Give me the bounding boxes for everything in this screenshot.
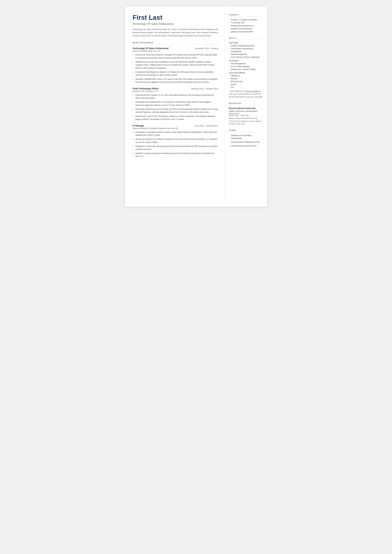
technique-1: P&L Management	[229, 63, 263, 65]
edu-degree-1: Master of Business Administration	[229, 110, 263, 112]
bullet-1-4: Revoked a $400M offer to buy 175K access…	[133, 78, 218, 84]
tool-2: Marketo	[229, 77, 263, 80]
promo-link[interactable]: Resume Worded	[245, 90, 259, 92]
job-block-3: IT Manager June 2010 – January 2013 Resu…	[133, 125, 218, 158]
hard-skill-5: Cross-functional Team Leadership	[229, 56, 263, 58]
bullet-1-1: Devised an early fraud detection managem…	[133, 53, 218, 60]
contact-item-3: email@resumeworded.com	[229, 25, 263, 27]
hard-skill-4: Sales Management	[229, 53, 263, 56]
bullet-2-3: Automated infrastructure provisioning vi…	[133, 108, 218, 114]
tool-3: Microsoft Visio	[229, 80, 263, 83]
job-dates-1: November 2015 – Present	[195, 47, 218, 49]
tool-1: Salesforce	[229, 75, 263, 77]
bullet-1-3: Conducted technology due diligence to in…	[133, 70, 218, 77]
technique-2: Go-to-market Strategy	[229, 65, 263, 68]
candidate-summary: Technology VP sales professional with 10…	[133, 28, 218, 37]
edu-awards-1: Awards: Resume Worded Teaching Fellow (o…	[229, 117, 263, 125]
job-dates-3: June 2010 – January 2013	[195, 125, 218, 127]
bullet-1-2: Initiated the purchase and installation …	[133, 61, 218, 70]
job-bullets-3: Developed a centralized backup solution …	[133, 131, 218, 158]
hard-skill-2: Forecasting (Experienced)	[229, 48, 263, 50]
bullet-3-4: Initiated a project tracking and reporti…	[133, 152, 218, 158]
promo-text: · Don't forget to use Resume Worded to s…	[229, 90, 263, 98]
contact-item-4: linkedin.com/in/username	[229, 28, 263, 30]
job-role-1: Technology VP Sales Professional	[133, 47, 169, 49]
job-title-row-2: Chief Technology Officer February 2013 –…	[133, 87, 218, 90]
contact-item-1: Houston, TX (Open to Remote)	[229, 19, 263, 21]
tools-list: Salesforce Marketo Microsoft Visio Asana…	[229, 75, 263, 88]
hard-skill-1: Solution Selling (Advanced)	[229, 45, 263, 47]
job-block-2: Chief Technology Officer February 2013 –…	[133, 87, 218, 121]
other-section: OTHER Salesforce.com Certified Administr…	[229, 129, 263, 147]
job-role-3: IT Manager	[133, 125, 144, 127]
job-title-row-3: IT Manager June 2010 – January 2013	[133, 125, 218, 127]
other-item-2: Certified Sales Professional (CSP).	[229, 141, 263, 144]
job-bullets-1: Devised an early fraud detection managem…	[133, 53, 218, 84]
edu-entry-1: Resume Worded University Master of Busin…	[229, 107, 263, 125]
bullet-2-4: Supervised a team of 32+ developers work…	[133, 115, 218, 121]
edu-school-1: Resume Worded University	[229, 107, 263, 109]
contact-list: Houston, TX (Open to Remote) +1-234-456-…	[229, 19, 263, 33]
job-company-1: Resume Worded, New York, NY	[133, 50, 218, 52]
left-column: First Last Technology VP Sales Professio…	[125, 6, 224, 207]
other-item-1: Salesforce.com Certified Administrator.	[229, 134, 263, 140]
techniques-list: P&L Management Go-to-market Strategy Sof…	[229, 63, 263, 70]
edu-location-1: Boston, MA — May 2010	[229, 114, 263, 116]
tool-5: Jira	[229, 86, 263, 88]
other-item-3: Certified Ethical Hacker (CEH).	[229, 145, 263, 147]
bullet-3-1: Developed a centralized backup solution …	[133, 131, 218, 137]
skills-label-2: Tools and Software:	[229, 72, 263, 74]
resume-page: First Last Technology VP Sales Professio…	[125, 6, 267, 207]
candidate-title: Technology VP Sales Professional	[133, 22, 218, 26]
skills-label-1: Techniques:	[229, 60, 263, 62]
bullet-3-3: Designed an automatic patching system th…	[133, 145, 218, 151]
job-title-row-1: Technology VP Sales Professional Novembe…	[133, 47, 218, 49]
contact-item-5: github.com/resumeworded	[229, 31, 263, 33]
skills-section: SKILLS Hard Skills: Solution Selling (Ad…	[229, 37, 263, 98]
skills-label-0: Hard Skills:	[229, 42, 263, 44]
job-bullets-2: Championed the creation of 13+ new cloud…	[133, 94, 218, 121]
job-block-1: Technology VP Sales Professional Novembe…	[133, 47, 218, 84]
edu-field-1: Management	[229, 112, 263, 114]
other-list: Salesforce.com Certified Administrator. …	[229, 134, 263, 147]
tool-4: Asana	[229, 83, 263, 85]
skills-header: SKILLS	[229, 37, 263, 40]
contact-section: CONTACT Houston, TX (Open to Remote) +1-…	[229, 14, 263, 33]
job-dates-2: February 2013 – October 2015	[191, 88, 218, 90]
job-company-2: Growthsi, San Francisco, CA	[133, 90, 218, 92]
bullet-3-2: Supervised a team of 13 software enginee…	[133, 138, 218, 144]
contact-header: CONTACT	[229, 14, 263, 17]
bullet-2-2: Developed and implemented a microservice…	[133, 101, 218, 107]
education-section: EDUCATION Resume Worded University Maste…	[229, 102, 263, 125]
education-header: EDUCATION	[229, 102, 263, 105]
bullet-2-1: Championed the creation of 13+ new cloud…	[133, 94, 218, 100]
hard-skill-3: Virtualization	[229, 50, 263, 53]
job-role-2: Chief Technology Officer	[133, 87, 159, 90]
contact-item-2: +1-234-456-789	[229, 22, 263, 24]
candidate-name: First Last	[133, 14, 218, 21]
other-header: OTHER	[229, 129, 263, 132]
right-column: CONTACT Houston, TX (Open to Remote) +1-…	[224, 6, 267, 207]
work-experience-header: WORK EXPERIENCE	[133, 42, 218, 44]
technique-3: Software as a Service (SaaS)	[229, 68, 263, 70]
hard-skills-list: Solution Selling (Advanced) Forecasting …	[229, 45, 263, 58]
job-company-3: Resume Worded's Exciting Company, New Yo…	[133, 127, 218, 129]
